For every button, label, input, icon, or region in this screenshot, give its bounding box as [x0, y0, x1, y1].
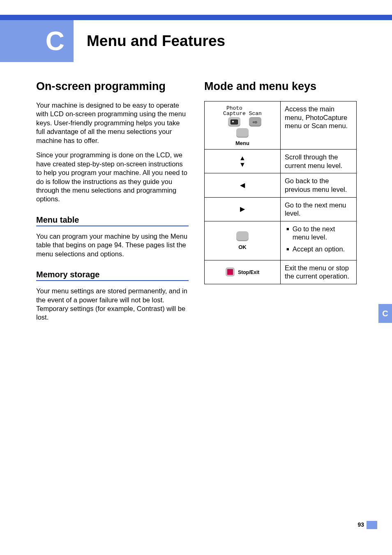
bullet-text: Go to the next menu level. [293, 225, 352, 242]
table-row: OK ■Go to the next menu level. ■Accept a… [205, 221, 357, 260]
chapter-heading: C Menu and Features [0, 20, 225, 62]
subsection-menu-table: Menu table [36, 215, 189, 226]
table-row: ▲ ▼ Scroll through the current menu leve… [205, 150, 357, 173]
bullet-icon: ■ [286, 225, 289, 242]
section-mode-menu-keys: Mode and menu keys [204, 80, 357, 93]
bullet-text: Accept an option. [293, 245, 345, 253]
page-number: 93 [357, 521, 364, 528]
label-menu: Menu [223, 140, 262, 146]
section-on-screen-programming: On-screen programming [36, 80, 189, 93]
right-column: Mode and menu keys Photo Capture [204, 80, 357, 328]
table-row: ▶ Go to the next menu level. [205, 197, 357, 221]
key-description: Exit the menu or stop the current operat… [281, 260, 357, 284]
key-description: Access the main menu, PhotoCapture menu … [281, 101, 357, 150]
menu-keys-graphic: Photo Capture Scan ⇨ [223, 106, 262, 146]
chapter-title: Menu and Features [87, 32, 225, 50]
chapter-letter: C [0, 20, 74, 62]
label-capture: Capture [223, 111, 246, 116]
bullet-icon: ■ [286, 245, 289, 253]
paragraph: Your machine is designed to be easy to o… [36, 101, 189, 145]
paragraph: Since your programming is done on the LC… [36, 151, 189, 204]
label-stop-exit: Stop/Exit [238, 269, 259, 275]
key-description: Go back to the previous menu level. [281, 173, 357, 197]
down-arrow-icon: ▼ [209, 161, 276, 168]
side-tab: C [378, 304, 392, 323]
key-description: Scroll through the current menu level. [281, 150, 357, 173]
mode-menu-keys-table: Photo Capture Scan ⇨ [204, 101, 357, 284]
label-scan: Scan [249, 111, 262, 116]
key-description: ■Go to the next menu level. ■Accept an o… [281, 221, 357, 260]
key-description: Go to the next menu level. [281, 197, 357, 221]
table-row: ◀ Go back to the previous menu level. [205, 173, 357, 197]
paragraph: You can program your machine by using th… [36, 232, 189, 258]
up-arrow-icon: ▲ [209, 155, 276, 161]
page-number-bar [367, 521, 377, 529]
right-arrow-icon: ▶ [209, 206, 276, 212]
content-columns: On-screen programming Your machine is de… [36, 80, 357, 328]
paragraph: Your menu settings are stored permanentl… [36, 287, 189, 322]
label-ok: OK [209, 244, 276, 250]
stop-button-icon [226, 267, 235, 276]
photo-capture-button-icon [228, 117, 240, 127]
left-arrow-icon: ◀ [209, 182, 276, 189]
subsection-memory-storage: Memory storage [36, 270, 189, 281]
header-bar [0, 15, 392, 20]
left-column: On-screen programming Your machine is de… [36, 80, 189, 328]
table-row: Photo Capture Scan ⇨ [205, 101, 357, 150]
scan-button-icon: ⇨ [249, 117, 261, 127]
ok-button-icon [236, 231, 249, 241]
menu-button-icon [236, 128, 249, 138]
table-row: Stop/Exit Exit the menu or stop the curr… [205, 260, 357, 284]
